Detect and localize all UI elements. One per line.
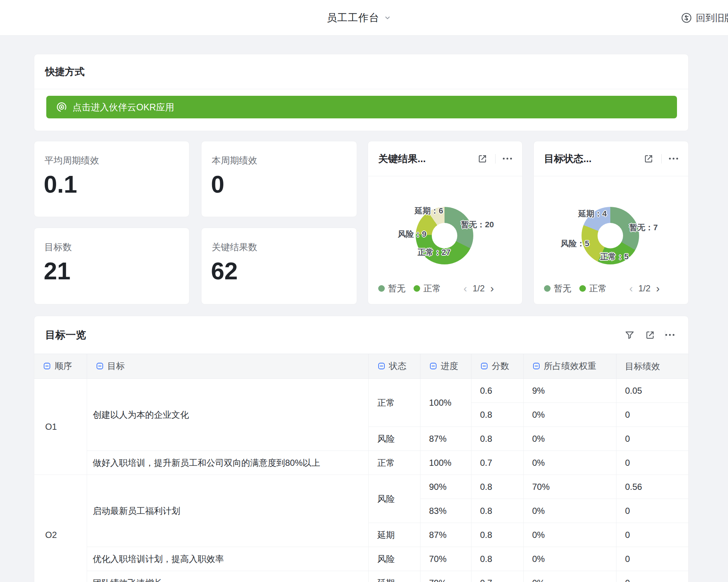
column-header-label: 状态 bbox=[389, 360, 407, 372]
cell-status: 正常 bbox=[368, 379, 420, 427]
cell-status: 风险 bbox=[368, 427, 420, 451]
collapse-column-icon[interactable] bbox=[96, 362, 104, 370]
column-header-label: 所占绩效权重 bbox=[544, 360, 596, 372]
legend-dot bbox=[378, 285, 385, 292]
legend-label: 正常 bbox=[589, 283, 607, 294]
target-icon bbox=[56, 101, 67, 113]
objective-overview-header: 目标一览 bbox=[34, 316, 688, 354]
cell-status: 正常 bbox=[368, 451, 420, 475]
switch-version-icon bbox=[681, 12, 692, 24]
column-header-goal: 目标 bbox=[87, 354, 368, 379]
stat-label: 关键结果数 bbox=[212, 241, 257, 253]
divider bbox=[495, 154, 496, 164]
collapse-column-icon[interactable] bbox=[377, 362, 385, 370]
donut-callout: 正常：5 bbox=[600, 251, 629, 262]
collapse-column-icon[interactable] bbox=[480, 362, 488, 370]
legend-pager: ‹ 1/2 › bbox=[463, 283, 494, 294]
cell-perf: 0.05 bbox=[616, 379, 689, 403]
cell-score: 0.8 bbox=[471, 499, 523, 523]
expand-icon[interactable] bbox=[645, 330, 655, 341]
column-header-score: 分数 bbox=[471, 354, 523, 379]
legend-item[interactable]: 暂无 bbox=[544, 283, 571, 294]
table-row: 团队绩效飞速增长延期79%0.70%0 bbox=[34, 571, 689, 582]
enter-okr-app-button[interactable]: 点击进入伙伴云OKR应用 bbox=[46, 96, 677, 118]
pager-prev-icon[interactable]: ‹ bbox=[629, 283, 633, 294]
cell-perf: 0 bbox=[616, 427, 689, 451]
donut-callout: 风险：5 bbox=[561, 238, 589, 249]
cell-progress: 87% bbox=[420, 523, 471, 547]
cell-weight: 0% bbox=[523, 451, 616, 475]
stat-card-key-result-count: 关键结果数 62 bbox=[201, 228, 357, 304]
cell-progress: 79% bbox=[420, 571, 471, 582]
chevron-down-icon bbox=[384, 14, 391, 21]
pager-prev-icon[interactable]: ‹ bbox=[463, 283, 467, 294]
pager-next-icon[interactable]: › bbox=[490, 283, 494, 294]
cell-perf: 0 bbox=[616, 523, 689, 547]
cell-seq: O1 bbox=[34, 379, 87, 475]
filter-icon[interactable] bbox=[624, 330, 635, 341]
cell-progress: 83% bbox=[420, 499, 471, 523]
top-bar: 员工工作台 回到旧版 bbox=[0, 0, 728, 36]
back-to-old-version-link[interactable]: 回到旧版 bbox=[681, 0, 728, 36]
cell-weight: 0% bbox=[523, 427, 616, 451]
more-menu-icon[interactable] bbox=[665, 334, 674, 336]
chart-legend: 暂无 正常 ‹ 1/2 › bbox=[378, 282, 516, 295]
legend-item[interactable]: 暂无 bbox=[378, 283, 406, 294]
stat-value: 21 bbox=[44, 257, 70, 285]
collapse-column-icon[interactable] bbox=[43, 362, 51, 370]
table-row: O1创建以人为本的企业文化正常100%0.69%0.05 bbox=[34, 379, 689, 403]
shortcut-card: 快捷方式 点击进入伙伴云OKR应用 bbox=[34, 54, 689, 131]
cell-status: 延期 bbox=[368, 523, 420, 547]
cell-score: 0.7 bbox=[471, 451, 523, 475]
cell-perf: 0 bbox=[616, 571, 689, 582]
stat-label: 本周期绩效 bbox=[212, 154, 257, 166]
expand-icon[interactable] bbox=[643, 153, 654, 164]
pager-page-number: 1/2 bbox=[473, 283, 485, 294]
cell-perf: 0 bbox=[616, 547, 689, 571]
legend-dot bbox=[414, 285, 420, 292]
chart-card-header: 关键结果... bbox=[368, 141, 522, 176]
cell-weight: 0% bbox=[523, 547, 616, 571]
cell-perf: 0 bbox=[616, 403, 689, 427]
column-header-weight: 所占绩效权重 bbox=[523, 354, 616, 379]
cell-weight: 0% bbox=[523, 403, 616, 427]
column-header-label: 顺序 bbox=[55, 360, 72, 372]
more-menu-icon[interactable] bbox=[503, 158, 512, 160]
collapse-column-icon[interactable] bbox=[429, 362, 437, 370]
collapse-column-icon[interactable] bbox=[532, 362, 540, 370]
column-header-label: 分数 bbox=[492, 360, 509, 372]
chart-card-header: 目标状态... bbox=[534, 141, 688, 176]
stat-label: 平均周期绩效 bbox=[44, 154, 99, 166]
pager-page-number: 1/2 bbox=[638, 283, 650, 294]
stat-value: 62 bbox=[211, 257, 238, 285]
cell-score: 0.6 bbox=[471, 379, 523, 403]
cell-status: 延期 bbox=[368, 571, 420, 582]
donut-callout: 风险：9 bbox=[398, 229, 426, 240]
cell-status: 风险 bbox=[368, 475, 420, 523]
chart-card-title: 目标状态... bbox=[544, 152, 643, 165]
cell-progress: 87% bbox=[420, 427, 471, 451]
expand-icon[interactable] bbox=[477, 153, 488, 164]
column-header-progress: 进度 bbox=[420, 354, 471, 379]
stat-label: 目标数 bbox=[44, 241, 72, 253]
objective-overview-title: 目标一览 bbox=[45, 328, 615, 342]
legend-dot bbox=[579, 285, 586, 292]
legend-label: 暂无 bbox=[554, 283, 571, 294]
donut-callout: 暂无：7 bbox=[629, 222, 658, 233]
more-menu-icon[interactable] bbox=[669, 158, 678, 160]
column-header-label: 目标绩效 bbox=[625, 361, 660, 372]
pager-next-icon[interactable]: › bbox=[656, 283, 659, 294]
legend-item[interactable]: 正常 bbox=[414, 283, 441, 294]
cell-status: 风险 bbox=[368, 547, 420, 571]
cell-goal: 做好入职培训，提升新员工和公司双向的满意度到80%以上 bbox=[87, 451, 368, 475]
cell-goal: 启动最新员工福利计划 bbox=[87, 475, 368, 547]
workspace-title-dropdown[interactable]: 员工工作台 bbox=[327, 0, 391, 36]
table-row: O2启动最新员工福利计划风险90%0.870%0.56 bbox=[34, 475, 689, 499]
stat-value: 0.1 bbox=[44, 170, 77, 198]
legend-label: 正常 bbox=[423, 283, 441, 294]
cell-goal: 团队绩效飞速增长 bbox=[87, 571, 368, 582]
cell-perf: 0.56 bbox=[616, 475, 689, 499]
cell-weight: 70% bbox=[523, 475, 616, 499]
legend-item[interactable]: 正常 bbox=[579, 283, 607, 294]
chart-card-key-result-status: 关键结果... 暂无 正常 ‹ 1/2 › 暂无：20正常 bbox=[368, 141, 522, 304]
